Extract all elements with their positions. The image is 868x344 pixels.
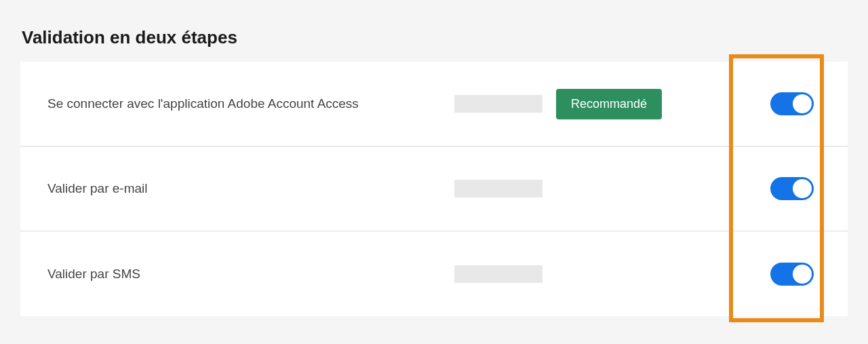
settings-card: Se connecter avec l'application Adobe Ac… <box>20 62 848 316</box>
toggle-knob <box>793 265 812 284</box>
row-detail-placeholder <box>420 265 542 283</box>
row-label: Valider par e-mail <box>47 181 420 196</box>
section-title: Validation en deux étapes <box>20 27 848 48</box>
row-validate-email: Valider par e-mail <box>20 147 848 231</box>
redacted-detail <box>454 180 542 197</box>
redacted-detail <box>454 265 542 283</box>
row-adobe-account-access: Se connecter avec l'application Adobe Ac… <box>20 62 848 147</box>
row-label: Se connecter avec l'application Adobe Ac… <box>47 96 420 111</box>
row-label: Valider par SMS <box>47 267 420 282</box>
row-validate-sms: Valider par SMS <box>20 231 848 316</box>
row-badge-area: Recommandé <box>542 89 692 119</box>
toggle-knob <box>793 94 812 113</box>
recommended-badge: Recommandé <box>556 89 662 119</box>
toggle-adobe-account-access[interactable] <box>770 92 814 115</box>
row-detail-placeholder <box>420 180 542 197</box>
toggle-knob <box>793 179 812 198</box>
toggle-validate-sms[interactable] <box>770 263 814 286</box>
redacted-detail <box>454 95 542 113</box>
row-detail-placeholder <box>420 95 542 113</box>
toggle-validate-email[interactable] <box>770 177 814 200</box>
